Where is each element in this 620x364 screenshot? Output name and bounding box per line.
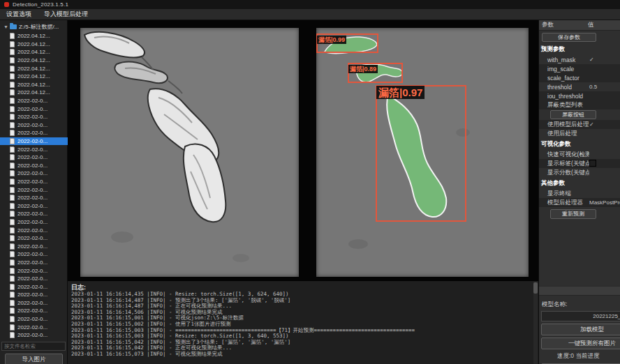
tree-expand-arrow-icon[interactable]: ▼ — [3, 24, 8, 29]
tree-item[interactable]: 2022-02-0... — [0, 291, 68, 299]
tree-item[interactable]: 2022-02-0... — [0, 331, 68, 340]
file-icon — [10, 33, 15, 39]
params-scrollbar[interactable] — [539, 286, 620, 296]
log-line: 2023-01-11 16:16:15,073 |INFO| - 可视化预测结果… — [71, 351, 529, 358]
predict-all-button[interactable]: 一键预测所有图片 — [541, 338, 620, 349]
param-value[interactable]: 0.5 — [589, 84, 620, 90]
tree-item-label: 2022-02-0... — [17, 284, 47, 290]
param-value[interactable]: ✓ — [589, 56, 620, 63]
tree-item-label: 2022.04.12... — [17, 66, 50, 72]
param-row[interactable]: 显示标签(关键点) — [539, 159, 620, 168]
tree-item[interactable]: 2022-02-0... — [0, 250, 68, 259]
log-scrollbar[interactable] — [533, 282, 538, 364]
tree-item[interactable]: 2022-02-0... — [0, 178, 68, 186]
tree-item[interactable]: 2022.04.12... — [0, 56, 68, 65]
tree-item[interactable]: 2022-02-0... — [0, 259, 68, 267]
tree-item[interactable]: 2022.04.12... — [0, 73, 68, 81]
param-row[interactable]: 显示终端 — [539, 189, 620, 198]
file-icon — [10, 308, 15, 314]
tree-root-node[interactable]: ▼ Z:/5-标注数据/... — [0, 22, 59, 31]
param-row[interactable]: 屏蔽类型列表 — [539, 100, 620, 109]
tree-item[interactable]: 2022-02-0... — [0, 105, 68, 113]
re-predict-button[interactable]: 重新预测 — [550, 209, 596, 219]
predict-rows-b: 使用模型后处理 ✓ 使用后处理 — [539, 120, 620, 138]
param-row[interactable]: iou_threshold — [539, 91, 620, 100]
param-label: 使用模型后处理 — [539, 121, 589, 129]
tree-item[interactable]: 2022.04.12... — [0, 64, 68, 73]
tree-item[interactable]: 2022-02-0... — [0, 266, 68, 275]
file-icon — [10, 162, 15, 169]
menu-item[interactable]: 导入模型后处理 — [38, 10, 94, 19]
tree-item[interactable]: 2022-02-0... — [0, 218, 68, 227]
load-model-button[interactable]: 加载模型 — [541, 324, 620, 335]
model-name-value[interactable]: 20221225_174813 — [541, 311, 620, 321]
tree-item[interactable]: 2022-02-0... — [0, 299, 68, 308]
log-scrollbar-thumb[interactable] — [533, 282, 538, 294]
tree-item[interactable]: 2022-02-0... — [0, 153, 68, 162]
param-row[interactable]: 显示分数(关键点) — [539, 168, 620, 177]
file-icon — [10, 203, 15, 209]
tree-item[interactable]: 2022-02-0... — [0, 113, 68, 121]
tree-item-label: 2022-02-0... — [17, 114, 47, 120]
search-input[interactable] — [1, 342, 66, 351]
tree-item[interactable]: 2022-02-0... — [0, 315, 68, 324]
param-value[interactable]: MaskPostPro — [589, 199, 620, 206]
file-icon — [10, 235, 15, 241]
tree-item-label: 2022-02-0... — [17, 324, 47, 331]
mask-types-button[interactable]: 屏蔽按钮 — [550, 110, 596, 119]
tree-item[interactable]: 2022-02-0... — [0, 275, 68, 283]
tree-item-label: 2022-02-0... — [17, 146, 47, 153]
log-panel: 日志: 2023-01-11 16:16:14,435 |INFO| - Res… — [68, 280, 538, 364]
tree-item[interactable]: 2022.04.12... — [0, 81, 68, 89]
tree-item[interactable]: 2022.04.12... — [0, 48, 68, 56]
tree-item[interactable]: 2022-02-0... — [0, 185, 68, 194]
tree-item-label: 2022-02-0... — [17, 154, 47, 160]
param-row[interactable]: scale_factor — [539, 73, 620, 82]
tree-item-label: 2022-02-0... — [17, 243, 47, 250]
tree-item[interactable]: 2022-02-0... — [0, 226, 68, 234]
tree-item[interactable]: 2022-02-0... — [0, 210, 68, 218]
raw-image-viewer[interactable] — [80, 28, 299, 277]
param-row[interactable]: 快速可视化(检测) — [539, 150, 620, 159]
param-value[interactable] — [589, 160, 620, 167]
tree-item[interactable]: 2022-02-0... — [0, 282, 68, 291]
tree-item[interactable]: 2022-02-0... — [0, 307, 68, 315]
param-value[interactable]: ✓ — [589, 121, 620, 128]
tree-item-list: 2022.04.12... 2022.04.12... 2022.04.12..… — [0, 32, 68, 340]
tree-item-label: 2022-02-0... — [17, 98, 47, 104]
param-row[interactable]: 使用模型后处理 ✓ — [539, 120, 620, 129]
tree-item[interactable]: 2022-02-0... — [0, 194, 68, 202]
tree-item[interactable]: 2022-02-0... — [0, 202, 68, 210]
param-row[interactable]: 模型后处理器 MaskPostPro — [539, 198, 620, 207]
import-images-button[interactable]: 导入图片 — [5, 354, 63, 364]
tree-item[interactable]: 2022-02-0... — [0, 145, 68, 153]
tree-item-label: 2022-02-0... — [17, 122, 47, 128]
tree-item[interactable]: 2022-02-0... — [0, 97, 68, 105]
save-params-button[interactable]: 保存参数 — [542, 33, 596, 42]
tree-item[interactable]: 2022-02-0... — [0, 323, 68, 331]
param-row[interactable]: 使用后处理 — [539, 129, 620, 138]
param-row[interactable]: with_mask ✓ — [539, 55, 620, 64]
file-icon — [10, 98, 15, 104]
tree-item-label: 2022.04.12... — [17, 82, 50, 88]
param-row[interactable]: threshold 0.5 — [539, 82, 620, 91]
prediction-image-viewer[interactable]: 漏箔|0.99 漏箔|0.89 漏箔|0.97 — [316, 28, 529, 277]
tree-item[interactable]: 2022.04.12... — [0, 89, 68, 97]
tree-item[interactable]: 2022-02-0... — [0, 162, 68, 170]
file-icon — [10, 211, 15, 217]
section-visual-params: 可视化参数 — [539, 138, 620, 150]
file-icon — [10, 114, 15, 120]
menu-item[interactable]: 设置选项 — [0, 10, 38, 19]
tree-item[interactable]: 2022-02-0... — [0, 242, 68, 250]
tree-item[interactable]: 2022.04.12... — [0, 40, 68, 49]
param-row[interactable]: img_scale — [539, 64, 620, 73]
tree-item[interactable]: 2022-02-0... — [0, 121, 68, 130]
tree-item[interactable]: 2022-02-0... — [0, 169, 68, 178]
app-window: Detection_2023.1.5.1 设置选项导入模型后处理 ▼ Z:/5-… — [0, 0, 620, 364]
tree-item[interactable]: 2022.04.12... — [0, 32, 68, 40]
tree-item[interactable]: 2022-02-0... — [0, 234, 68, 243]
tree-item[interactable]: 2022-02-0... — [0, 137, 68, 146]
file-icon — [10, 268, 15, 274]
tree-item-label: 2022-02-0... — [17, 259, 47, 266]
tree-item[interactable]: 2022-02-0... — [0, 129, 68, 137]
